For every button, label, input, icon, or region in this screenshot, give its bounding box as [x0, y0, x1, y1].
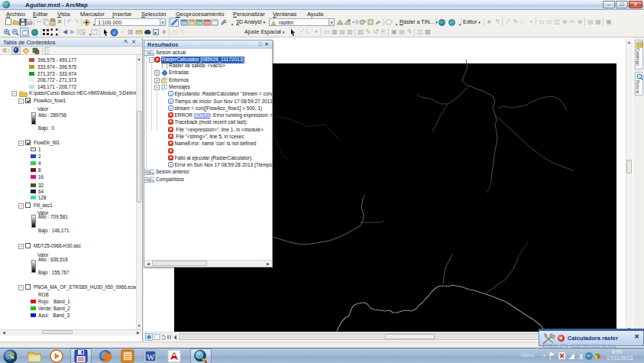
svg-text:i: i: [113, 30, 115, 36]
svg-text:➤: ➤: [154, 31, 157, 35]
svg-text:W: W: [147, 352, 155, 361]
